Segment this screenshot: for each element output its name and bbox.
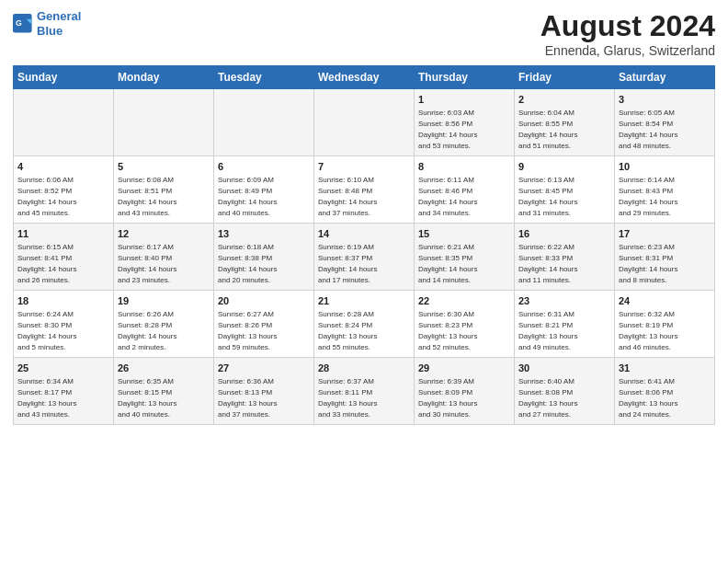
calendar-cell xyxy=(14,89,114,156)
calendar-week-4: 18Sunrise: 6:24 AMSunset: 8:30 PMDayligh… xyxy=(14,290,715,357)
calendar-cell xyxy=(314,89,415,156)
calendar-week-5: 25Sunrise: 6:34 AMSunset: 8:17 PMDayligh… xyxy=(14,357,715,424)
calendar-cell: 11Sunrise: 6:15 AMSunset: 8:41 PMDayligh… xyxy=(14,223,114,290)
main-title: August 2024 xyxy=(540,9,715,43)
calendar-cell: 24Sunrise: 6:32 AMSunset: 8:19 PMDayligh… xyxy=(615,290,715,357)
calendar-cell: 4Sunrise: 6:06 AMSunset: 8:52 PMDaylight… xyxy=(14,155,114,223)
calendar-cell: 8Sunrise: 6:11 AMSunset: 8:46 PMDaylight… xyxy=(415,155,515,223)
title-block: August 2024 Ennenda, Glarus, Switzerland xyxy=(540,9,715,58)
calendar-cell: 28Sunrise: 6:37 AMSunset: 8:11 PMDayligh… xyxy=(314,357,415,424)
logo-icon: G xyxy=(13,14,33,34)
calendar-cell: 31Sunrise: 6:41 AMSunset: 8:06 PMDayligh… xyxy=(615,357,715,424)
calendar-cell xyxy=(214,89,314,156)
logo-text-line2: Blue xyxy=(37,24,81,39)
logo-text-line1: General xyxy=(37,9,81,24)
calendar-cell: 10Sunrise: 6:14 AMSunset: 8:43 PMDayligh… xyxy=(615,155,715,223)
col-saturday: Saturday xyxy=(615,66,715,89)
calendar-cell: 1Sunrise: 6:03 AMSunset: 8:56 PMDaylight… xyxy=(415,89,515,156)
calendar-cell: 12Sunrise: 6:17 AMSunset: 8:40 PMDayligh… xyxy=(114,223,214,290)
calendar-cell: 29Sunrise: 6:39 AMSunset: 8:09 PMDayligh… xyxy=(415,357,515,424)
calendar-table: Sunday Monday Tuesday Wednesday Thursday… xyxy=(13,65,715,425)
calendar-cell: 30Sunrise: 6:40 AMSunset: 8:08 PMDayligh… xyxy=(515,357,615,424)
col-tuesday: Tuesday xyxy=(214,66,314,89)
calendar-cell: 27Sunrise: 6:36 AMSunset: 8:13 PMDayligh… xyxy=(214,357,314,424)
calendar-body: 1Sunrise: 6:03 AMSunset: 8:56 PMDaylight… xyxy=(14,89,715,425)
calendar-cell: 13Sunrise: 6:18 AMSunset: 8:38 PMDayligh… xyxy=(214,223,314,290)
calendar-cell: 20Sunrise: 6:27 AMSunset: 8:26 PMDayligh… xyxy=(214,290,314,357)
col-sunday: Sunday xyxy=(14,66,114,89)
calendar-header: Sunday Monday Tuesday Wednesday Thursday… xyxy=(14,66,715,89)
calendar-cell: 25Sunrise: 6:34 AMSunset: 8:17 PMDayligh… xyxy=(14,357,114,424)
calendar-week-1: 1Sunrise: 6:03 AMSunset: 8:56 PMDaylight… xyxy=(14,89,715,156)
header-row: Sunday Monday Tuesday Wednesday Thursday… xyxy=(14,66,715,89)
col-thursday: Thursday xyxy=(415,66,515,89)
calendar-week-3: 11Sunrise: 6:15 AMSunset: 8:41 PMDayligh… xyxy=(14,223,715,290)
calendar-cell: 6Sunrise: 6:09 AMSunset: 8:49 PMDaylight… xyxy=(214,155,314,223)
calendar-cell: 23Sunrise: 6:31 AMSunset: 8:21 PMDayligh… xyxy=(515,290,615,357)
col-wednesday: Wednesday xyxy=(314,66,415,89)
calendar-cell: 5Sunrise: 6:08 AMSunset: 8:51 PMDaylight… xyxy=(114,155,214,223)
calendar-cell: 18Sunrise: 6:24 AMSunset: 8:30 PMDayligh… xyxy=(14,290,114,357)
calendar-cell xyxy=(114,89,214,156)
calendar-cell: 9Sunrise: 6:13 AMSunset: 8:45 PMDaylight… xyxy=(515,155,615,223)
calendar-cell: 17Sunrise: 6:23 AMSunset: 8:31 PMDayligh… xyxy=(615,223,715,290)
svg-text:G: G xyxy=(16,18,22,28)
calendar-cell: 2Sunrise: 6:04 AMSunset: 8:55 PMDaylight… xyxy=(515,89,615,156)
calendar-cell: 26Sunrise: 6:35 AMSunset: 8:15 PMDayligh… xyxy=(114,357,214,424)
calendar-cell: 22Sunrise: 6:30 AMSunset: 8:23 PMDayligh… xyxy=(415,290,515,357)
calendar-cell: 15Sunrise: 6:21 AMSunset: 8:35 PMDayligh… xyxy=(415,223,515,290)
calendar-cell: 21Sunrise: 6:28 AMSunset: 8:24 PMDayligh… xyxy=(314,290,415,357)
calendar-cell: 7Sunrise: 6:10 AMSunset: 8:48 PMDaylight… xyxy=(314,155,415,223)
col-monday: Monday xyxy=(114,66,214,89)
page: G General Blue August 2024 Ennenda, Glar… xyxy=(0,0,728,563)
calendar-week-2: 4Sunrise: 6:06 AMSunset: 8:52 PMDaylight… xyxy=(14,155,715,223)
logo: G General Blue xyxy=(13,9,81,38)
col-friday: Friday xyxy=(515,66,615,89)
calendar-cell: 19Sunrise: 6:26 AMSunset: 8:28 PMDayligh… xyxy=(114,290,214,357)
calendar-cell: 16Sunrise: 6:22 AMSunset: 8:33 PMDayligh… xyxy=(515,223,615,290)
sub-title: Ennenda, Glarus, Switzerland xyxy=(540,43,715,58)
calendar-cell: 3Sunrise: 6:05 AMSunset: 8:54 PMDaylight… xyxy=(615,89,715,156)
calendar-cell: 14Sunrise: 6:19 AMSunset: 8:37 PMDayligh… xyxy=(314,223,415,290)
header: G General Blue August 2024 Ennenda, Glar… xyxy=(13,9,715,58)
